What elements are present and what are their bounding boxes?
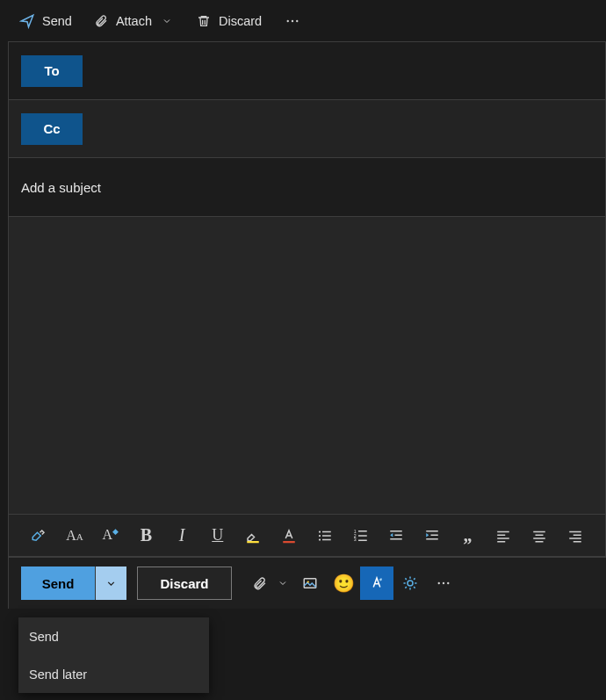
send-options-dropdown-button[interactable] xyxy=(95,566,126,600)
send-menu-label-1: Send later xyxy=(29,668,87,682)
discard-button-top[interactable]: Discard xyxy=(189,5,269,37)
picture-icon xyxy=(302,575,318,591)
emoji-button[interactable]: 🙂 xyxy=(327,566,360,600)
align-right-icon xyxy=(567,528,583,544)
bulleted-list-button[interactable] xyxy=(307,518,343,553)
cc-button[interactable]: Cc xyxy=(21,113,83,145)
svg-point-37 xyxy=(408,581,413,586)
compose-form: To Cc AA A◆ B I xyxy=(8,41,606,558)
font-size-button[interactable]: A◆ xyxy=(92,518,128,553)
send-menu-item-send-later[interactable]: Send later xyxy=(18,655,209,693)
svg-point-2 xyxy=(296,19,298,21)
svg-rect-14 xyxy=(358,535,367,537)
formatting-toggle-button[interactable] xyxy=(360,566,393,600)
quote-icon: „ xyxy=(464,525,473,545)
bold-button[interactable]: B xyxy=(128,518,164,553)
ellipsis-icon xyxy=(285,13,300,29)
bold-icon: B xyxy=(141,525,152,545)
underline-button[interactable]: U xyxy=(199,518,235,553)
svg-point-9 xyxy=(319,538,321,540)
svg-rect-17 xyxy=(390,530,402,532)
svg-point-5 xyxy=(319,530,321,532)
svg-rect-4 xyxy=(283,541,295,543)
format-toolbar: AA A◆ B I U xyxy=(9,515,605,557)
svg-rect-33 xyxy=(569,538,581,539)
font-icon: AA xyxy=(66,528,83,544)
message-body-input[interactable] xyxy=(9,217,605,515)
to-label: To xyxy=(44,63,59,78)
align-right-button[interactable] xyxy=(557,518,593,553)
svg-rect-27 xyxy=(533,530,545,532)
subject-input[interactable] xyxy=(21,180,593,195)
more-options-button-top[interactable] xyxy=(276,5,309,37)
svg-rect-19 xyxy=(390,538,402,540)
send-button-top[interactable]: Send xyxy=(12,5,79,37)
number-list-icon: 123 xyxy=(353,528,369,544)
svg-point-1 xyxy=(292,19,293,21)
highlight-color-button[interactable] xyxy=(235,518,271,553)
send-menu-item-send[interactable]: Send xyxy=(18,617,209,655)
svg-rect-26 xyxy=(498,541,506,543)
formatting-icon xyxy=(369,575,385,591)
more-options-button-bottom[interactable] xyxy=(427,566,460,600)
attach-button-bottom[interactable] xyxy=(246,566,272,600)
align-center-icon xyxy=(531,528,547,544)
send-split-button: Send xyxy=(21,566,126,600)
font-family-button[interactable]: AA xyxy=(57,518,93,553)
svg-rect-24 xyxy=(498,534,506,536)
svg-point-0 xyxy=(287,19,289,21)
svg-rect-25 xyxy=(498,538,510,539)
font-size-icon: A◆ xyxy=(102,527,119,543)
bullet-list-icon xyxy=(317,528,333,544)
italic-icon: I xyxy=(179,525,185,545)
decrease-indent-button[interactable] xyxy=(379,518,415,553)
attach-dropdown-button[interactable] xyxy=(272,566,293,600)
insert-picture-button[interactable] xyxy=(293,566,327,600)
svg-rect-20 xyxy=(426,530,438,532)
format-painter-button[interactable] xyxy=(21,518,57,553)
send-options-menu: Send Send later xyxy=(18,617,209,693)
recipient-row-to[interactable]: To xyxy=(9,42,605,100)
send-button-bottom[interactable]: Send xyxy=(21,566,95,600)
send-label-top: Send xyxy=(42,14,72,28)
svg-rect-22 xyxy=(426,538,438,540)
svg-rect-3 xyxy=(248,541,260,543)
align-center-button[interactable] xyxy=(522,518,558,553)
svg-point-36 xyxy=(307,581,309,582)
svg-text:3: 3 xyxy=(353,537,356,542)
font-color-button[interactable] xyxy=(271,518,307,553)
svg-point-40 xyxy=(447,582,449,584)
svg-point-7 xyxy=(319,534,321,536)
increase-indent-button[interactable] xyxy=(415,518,451,553)
align-left-icon xyxy=(495,528,511,544)
paperclip-icon xyxy=(251,575,267,591)
italic-button[interactable]: I xyxy=(164,518,200,553)
compose-top-toolbar: Send Attach Discard xyxy=(0,0,606,41)
paperclip-icon xyxy=(93,13,109,29)
chevron-down-icon xyxy=(159,13,175,29)
numbered-list-button[interactable]: 123 xyxy=(343,518,379,553)
quote-button[interactable]: „ xyxy=(450,518,486,553)
svg-rect-16 xyxy=(358,539,367,541)
svg-rect-31 xyxy=(569,530,581,532)
svg-point-38 xyxy=(438,582,440,584)
svg-rect-8 xyxy=(322,535,331,537)
send-label-bottom: Send xyxy=(42,576,75,591)
ellipsis-icon xyxy=(436,575,451,591)
attach-button-top[interactable]: Attach xyxy=(86,5,182,37)
indent-icon xyxy=(424,528,440,544)
brightness-button[interactable] xyxy=(393,566,427,600)
svg-rect-32 xyxy=(573,534,581,536)
chevron-down-icon xyxy=(275,575,291,591)
svg-rect-28 xyxy=(535,534,543,536)
svg-rect-21 xyxy=(430,534,437,536)
cc-label: Cc xyxy=(43,121,60,136)
align-left-button[interactable] xyxy=(486,518,522,553)
to-button[interactable]: To xyxy=(21,55,83,87)
svg-rect-23 xyxy=(498,530,510,532)
svg-rect-18 xyxy=(395,534,402,536)
send-icon xyxy=(19,13,35,29)
discard-button-bottom[interactable]: Discard xyxy=(137,566,232,600)
font-color-icon xyxy=(281,528,297,544)
recipient-row-cc[interactable]: Cc xyxy=(9,100,605,158)
